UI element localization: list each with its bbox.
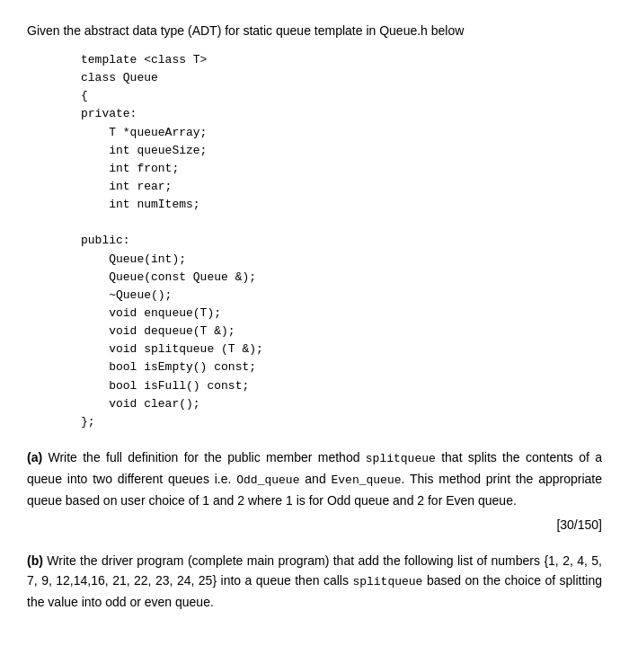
- code-block: template <class T> class Queue { private…: [81, 51, 602, 431]
- part-a-section: (a) Write the full definition for the pu…: [27, 447, 602, 535]
- part-b-method: splitqueue: [352, 575, 422, 588]
- part-b-section: (b) Write the driver program (complete m…: [27, 551, 602, 613]
- part-a-marks: [30/150]: [27, 516, 602, 535]
- part-b-label: (b): [27, 553, 43, 568]
- part-b-text: (b) Write the driver program (complete m…: [27, 551, 602, 613]
- part-a-even-queue: Even_queue: [332, 473, 402, 487]
- part-a-text1: Write the full definition for the public…: [42, 450, 366, 464]
- intro-text: Given the abstract data type (ADT) for s…: [27, 22, 602, 40]
- part-a-text: (a) Write the full definition for the pu…: [27, 447, 602, 510]
- part-a-label: (a): [27, 450, 42, 464]
- part-a-odd-queue: Odd_queue: [236, 473, 299, 487]
- part-a-method: splitqueue: [366, 452, 436, 465]
- part-a-text3: and: [299, 472, 331, 486]
